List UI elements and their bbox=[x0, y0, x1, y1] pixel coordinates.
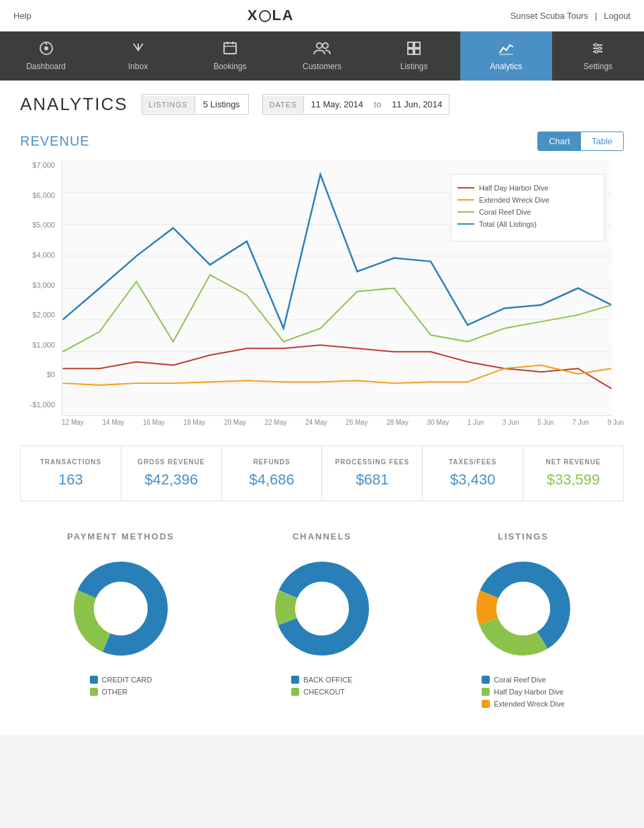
half-day-dot bbox=[482, 688, 490, 696]
nav-listings-label: Listings bbox=[400, 62, 428, 71]
legend-half-day: Half Day Harbor Dive bbox=[482, 688, 565, 696]
gross-revenue-label: GROSS REVENUE bbox=[128, 458, 215, 466]
table-button[interactable]: Table bbox=[581, 132, 623, 150]
legend-other: OTHER bbox=[90, 688, 152, 696]
page-header: ANALYTICS LISTINGS 5 Listings DATES 11 M… bbox=[20, 94, 624, 115]
logout-link[interactable]: Logout bbox=[604, 11, 631, 21]
nav-analytics-label: Analytics bbox=[490, 62, 522, 71]
nav-dashboard-label: Dashboard bbox=[26, 62, 66, 71]
legend-back-office: BACK OFFICE bbox=[291, 676, 352, 684]
payment-methods-donut bbox=[67, 555, 174, 662]
revenue-chart-svg: Half Day Harbor Dive Extended Wreck Dive… bbox=[62, 161, 612, 416]
customers-icon bbox=[313, 41, 331, 59]
channels-donut-svg bbox=[268, 555, 376, 662]
extended-wreck-label: Extended Wreck Dive bbox=[494, 700, 565, 708]
legend-extended-wreck: Extended Wreck Dive bbox=[482, 700, 565, 708]
refunds-value: $4,686 bbox=[229, 471, 315, 488]
chart-button[interactable]: Chart bbox=[538, 132, 581, 150]
separator: | bbox=[595, 11, 597, 21]
revenue-section: REVENUE Chart Table $7,000 $6,000 $5,000… bbox=[20, 132, 624, 429]
chart-area: $7,000 $6,000 $5,000 $4,000 $3,000 $2,00… bbox=[20, 161, 624, 429]
analytics-icon bbox=[498, 41, 513, 59]
revenue-title: REVENUE bbox=[20, 134, 90, 149]
listings-donut-svg bbox=[470, 555, 577, 662]
inbox-icon bbox=[131, 41, 146, 59]
processing-fees-label: PROCESSING FEES bbox=[329, 458, 415, 466]
stat-gross-revenue: GROSS REVENUE $42,396 bbox=[121, 446, 222, 501]
nav-inbox[interactable]: Inbox bbox=[92, 32, 184, 81]
coral-reef-label: Coral Reef Dive bbox=[494, 676, 546, 684]
stat-net-revenue: NET REVENUE $33,599 bbox=[523, 446, 623, 501]
stat-processing-fees: PROCESSING FEES $681 bbox=[322, 446, 423, 501]
x-axis: 12 May 14 May 16 May 18 May 20 May 22 Ma… bbox=[62, 416, 624, 429]
nav-settings-label: Settings bbox=[584, 62, 612, 71]
stats-row: TRANSACTIONS 163 GROSS REVENUE $42,396 R… bbox=[20, 446, 624, 501]
svg-point-7 bbox=[317, 43, 322, 48]
stat-transactions: TRANSACTIONS 163 bbox=[21, 446, 121, 501]
revenue-header: REVENUE Chart Table bbox=[20, 132, 624, 151]
listings-filter[interactable]: LISTINGS 5 Listings bbox=[142, 94, 249, 115]
date-from: 11 May, 2014 bbox=[304, 95, 370, 114]
top-bar: Help XLA Sunset Scuba Tours | Logout bbox=[0, 0, 644, 32]
processing-fees-value: $681 bbox=[329, 471, 415, 488]
credit-card-dot bbox=[90, 676, 98, 684]
legend-checkout: CHECKOUT bbox=[291, 688, 352, 696]
stat-refunds: REFUNDS $4,686 bbox=[222, 446, 323, 501]
bottom-charts: PAYMENT METHODS CREDIT CARD OTHER bbox=[20, 518, 624, 721]
dates-filter[interactable]: DATES 11 May, 2014 to 11 Jun, 2014 bbox=[262, 94, 450, 115]
y-axis: $7,000 $6,000 $5,000 $4,000 $3,000 $2,00… bbox=[20, 161, 60, 409]
help-link[interactable]: Help bbox=[13, 11, 32, 21]
svg-rect-10 bbox=[415, 42, 420, 48]
nav-inbox-label: Inbox bbox=[128, 62, 148, 71]
listings-label: LISTINGS bbox=[142, 96, 195, 113]
svg-rect-12 bbox=[415, 49, 420, 54]
svg-text:Coral Reef Dive: Coral Reef Dive bbox=[479, 208, 531, 216]
net-revenue-value: $33,599 bbox=[530, 471, 616, 488]
payment-methods-title: PAYMENT METHODS bbox=[67, 531, 174, 541]
extended-wreck-dot bbox=[482, 700, 490, 708]
svg-point-39 bbox=[94, 582, 148, 635]
listings-value: 5 Listings bbox=[195, 95, 248, 114]
back-office-label: BACK OFFICE bbox=[303, 676, 352, 684]
coral-reef-dot bbox=[482, 676, 490, 684]
channels-donut bbox=[268, 555, 376, 662]
settings-icon bbox=[590, 41, 605, 59]
right-links: Sunset Scuba Tours | Logout bbox=[511, 11, 631, 21]
svg-rect-11 bbox=[408, 49, 413, 54]
nav-listings[interactable]: Listings bbox=[368, 32, 460, 81]
channels-section: CHANNELS BACK OFFICE CHECKOUT bbox=[221, 518, 423, 721]
checkout-label: CHECKOUT bbox=[303, 688, 345, 696]
date-to: 11 Jun, 2014 bbox=[385, 95, 449, 114]
dashboard-icon bbox=[39, 41, 54, 59]
other-dot bbox=[90, 688, 98, 696]
checkout-dot bbox=[291, 688, 299, 696]
taxes-fees-label: TAXES/FEES bbox=[429, 458, 516, 466]
listings-chart-section: LISTINGS Coral Reef Dive bbox=[423, 518, 624, 721]
svg-point-19 bbox=[595, 50, 598, 53]
bookings-icon bbox=[223, 41, 237, 59]
other-label: OTHER bbox=[102, 688, 128, 696]
listings-legend: Coral Reef Dive Half Day Harbor Dive Ext… bbox=[482, 676, 565, 708]
svg-point-42 bbox=[295, 582, 349, 635]
nav-customers-label: Customers bbox=[303, 62, 341, 71]
svg-text:Half Day Harbor Dive: Half Day Harbor Dive bbox=[479, 184, 549, 192]
nav-bookings[interactable]: Bookings bbox=[184, 32, 276, 81]
payment-donut-svg bbox=[67, 555, 174, 662]
listings-chart-title: LISTINGS bbox=[498, 531, 549, 541]
dates-label: DATES bbox=[263, 96, 305, 113]
stat-taxes-fees: TAXES/FEES $3,430 bbox=[423, 446, 523, 501]
listings-icon bbox=[407, 41, 421, 59]
listings-donut bbox=[470, 555, 577, 662]
nav-dashboard[interactable]: Dashboard bbox=[0, 32, 92, 81]
net-revenue-label: NET REVENUE bbox=[530, 458, 616, 466]
svg-point-8 bbox=[323, 43, 328, 48]
nav-analytics[interactable]: Analytics bbox=[460, 32, 552, 81]
nav-bookings-label: Bookings bbox=[213, 62, 246, 71]
channels-title: CHANNELS bbox=[292, 531, 352, 541]
svg-rect-3 bbox=[224, 43, 236, 54]
refunds-label: REFUNDS bbox=[229, 458, 315, 466]
nav-settings[interactable]: Settings bbox=[552, 32, 644, 81]
nav-customers[interactable]: Customers bbox=[276, 32, 368, 81]
dates-to-label: to bbox=[370, 99, 385, 109]
svg-point-17 bbox=[594, 44, 597, 46]
